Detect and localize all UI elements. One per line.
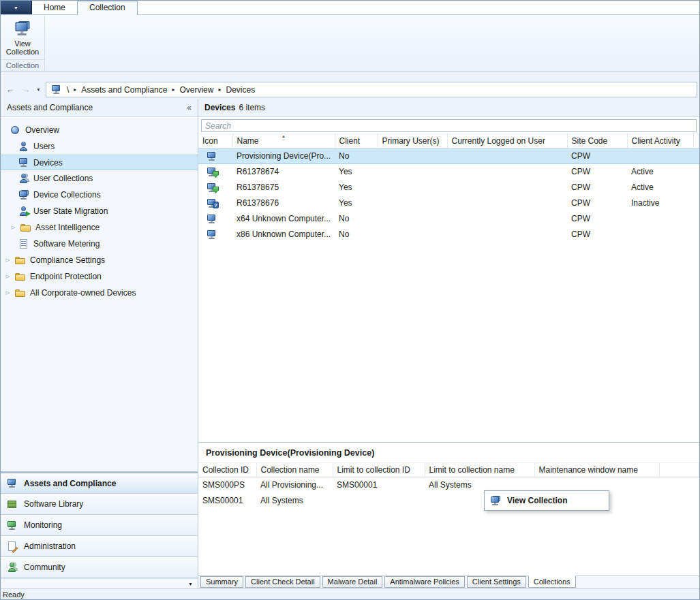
sidebar-item-software-metering[interactable]: Software Metering [1,236,198,252]
device-cell [447,211,567,227]
device-cell [447,180,567,195]
device-cell: CPW [567,164,627,180]
collection-cell: SMS00001 [333,477,425,493]
breadcrumb: \▸Assets and Compliance▸Overview▸Devices [46,82,697,97]
device-cell [447,148,567,164]
ribbon-tab-home[interactable]: Home [32,1,77,14]
workspace-button-administration[interactable]: Administration [1,536,198,557]
ribbon-tabs: HomeCollection [32,1,138,14]
sidebar-item-asset-intelligence[interactable]: ▷Asset Intelligence [1,219,198,236]
device-cell-filler [693,227,699,242]
column-header-maintenance-window-name[interactable]: Maintenance window name [534,463,659,477]
column-header-limit-to-collection-name[interactable]: Limit to collection name [425,463,534,477]
context-menu-item-view-collection[interactable]: View Collection [486,492,607,509]
breadcrumb-root[interactable]: \ [67,85,69,95]
breadcrumb-item-overview[interactable]: Overview [179,85,213,95]
collection-row-sms00001[interactable]: SMS00001All Systems [198,493,699,509]
device-row-r61378674[interactable]: R61378674YesCPWActive [198,164,699,180]
breadcrumb-item-assets-and-compliance[interactable]: Assets and Compliance [81,85,167,95]
search-input[interactable] [201,119,697,132]
workspace-button-community[interactable]: Community [1,557,198,578]
sidebar-item-users[interactable]: Users [1,138,198,155]
column-header-site-code[interactable]: Site Code [567,134,627,148]
collection-icon [14,21,31,37]
workspace-button-label: Assets and Compliance [24,479,116,488]
sidebar-item-overview[interactable]: Overview [1,122,198,138]
column-header-collection-id[interactable]: Collection ID [198,463,256,477]
device-row-x64-unknown-computer[interactable]: x64 Unknown Computer...NoCPW [198,211,699,227]
workspace-button-label: Administration [24,541,76,551]
collapse-panel-icon[interactable]: « [187,103,192,112]
sidebar-item-user-collections[interactable]: User Collections [1,170,198,187]
tab-summary[interactable]: Summary [200,576,243,588]
workspace-button-assets-and-compliance[interactable]: Assets and Compliance [1,473,198,494]
tab-client-settings[interactable]: Client Settings [467,576,526,588]
device-row-x86-unknown-computer[interactable]: x86 Unknown Computer...NoCPW [198,227,699,242]
device-cell-filler [693,180,699,195]
sidebar-item-device-collections[interactable]: Device Collections [1,187,198,203]
sidebar-item-devices[interactable]: Devices [1,155,198,170]
sidebar-item-compliance-settings[interactable]: ▷Compliance Settings [1,252,198,268]
view-collection-button[interactable]: View Collection [2,16,43,58]
application-menu-button[interactable]: ▼ [1,1,32,14]
column-header-label: Name [237,136,259,146]
expand-arrow-icon[interactable]: ▷ [5,290,11,296]
column-header-icon[interactable]: Icon [198,134,232,148]
expand-arrow-icon[interactable]: ▷ [5,274,11,279]
back-button[interactable]: ← [3,84,18,95]
column-header-limit-to-collection-id[interactable]: Limit to collection ID [333,463,425,477]
column-header-client[interactable]: Client [335,134,378,148]
workspace-button-software-library[interactable]: Software Library [1,494,198,515]
folder-icon [15,272,26,282]
software-library-icon [7,499,18,509]
workspace-button-monitoring[interactable]: Monitoring [1,515,198,536]
column-header-currently-logged-on-user[interactable]: Currently Logged on User [447,134,567,148]
device-cell: Active [627,164,693,180]
tab-malware-detail[interactable]: Malware Detail [322,576,383,588]
device-cell: No [335,211,378,227]
nav-stack-footer: ▼ [1,578,198,588]
sidebar-item-all-corporate-owned-devices[interactable]: ▷All Corporate-owned Devices [1,285,198,301]
column-header-collection-name[interactable]: Collection name [256,463,333,477]
window-gap [1,72,699,80]
sidebar-item-label: Devices [33,158,63,168]
forward-button[interactable]: → [18,84,33,95]
tab-client-check-detail[interactable]: Client Check Detail [245,576,320,588]
device-icon-cell [198,180,232,195]
device-row-r61378676[interactable]: ?R61378676YesCPWInactive [198,195,699,211]
configure-buttons-icon[interactable]: ▼ [188,582,193,586]
navigation-pane: Assets and Compliance « OverviewUsersDev… [1,99,198,588]
tab-collections[interactable]: Collections [528,575,576,588]
sidebar-item-label: Device Collections [33,190,101,200]
column-header-label: Client [339,136,361,146]
collections-table: Collection IDCollection nameLimit to col… [198,462,699,509]
workspace-button-label: Monitoring [24,520,62,530]
device-cell [378,180,447,195]
device-cell [378,148,447,164]
column-header-name[interactable]: Name▲ [232,134,335,148]
column-header-client-activity[interactable]: Client Activity [627,134,693,148]
device-cell: R61378676 [232,195,335,211]
tab-antimalware-policies[interactable]: Antimalware Policies [384,576,464,588]
device-cell [378,227,447,242]
recent-locations-dropdown-icon[interactable]: ▼ [34,87,43,92]
device-cell [378,211,447,227]
collection-cell-filler [659,493,699,509]
device-cell: Active [627,180,693,195]
breadcrumb-item-devices[interactable]: Devices [226,85,255,95]
device-row-r61378675[interactable]: R61378675YesCPWActive [198,180,699,195]
collection-row-sms000ps[interactable]: SMS000PSAll Provisioning...SMS00001All S… [198,477,699,493]
content-area: Assets and Compliance « OverviewUsersDev… [1,99,699,588]
expand-arrow-icon[interactable]: ▷ [10,225,16,230]
administration-icon [7,541,18,552]
computer-icon [207,214,217,224]
device-cell: CPW [567,211,627,227]
device-cell [378,195,447,211]
column-header-primary-user-s[interactable]: Primary User(s) [378,134,447,148]
sidebar-item-user-state-migration[interactable]: User State Migration [1,203,198,219]
device-row-provisioning-device-pro[interactable]: Provisioning Device(Pro...NoCPW [198,148,699,164]
ribbon-tab-collection[interactable]: Collection [77,1,138,15]
computer-question-icon: ? [207,198,217,208]
expand-arrow-icon[interactable]: ▷ [5,257,11,263]
sidebar-item-endpoint-protection[interactable]: ▷Endpoint Protection [1,268,198,285]
